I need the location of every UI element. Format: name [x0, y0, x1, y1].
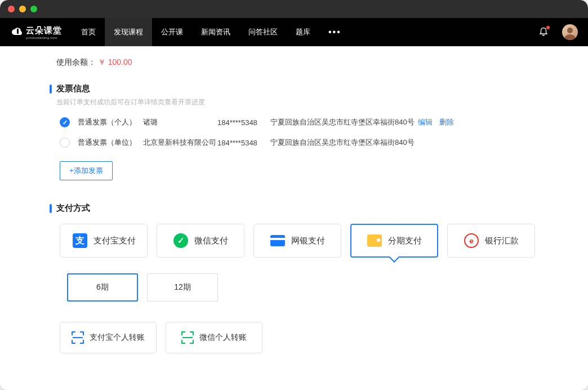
invoice-address: 宁夏回族自治区吴忠市红寺堡区幸福街840号 [270, 138, 418, 148]
invoice-type: 普通发票（单位） [78, 138, 143, 148]
delete-link[interactable]: 删除 [439, 118, 454, 126]
pay-label: 分期支付 [388, 236, 422, 246]
pay-label: 银行汇款 [485, 236, 519, 246]
invoice-actions: 编辑 删除 [418, 117, 458, 127]
nav-more-button[interactable]: ••• [319, 18, 350, 46]
user-avatar[interactable] [562, 24, 578, 40]
installment-periods: 6期 12期 [67, 273, 561, 302]
invoice-section-title: 发票信息 [56, 83, 90, 94]
nav-item-open-class[interactable]: 公开课 [152, 18, 192, 46]
radio-checked-icon[interactable] [60, 117, 70, 127]
section-bar-icon [50, 204, 52, 213]
transfer-wechat[interactable]: 微信个人转账 [166, 322, 262, 353]
pay-method-remit[interactable]: e 银行汇款 [447, 224, 535, 258]
app-window: 云朵课堂 yunduoketang.com 首页 发现课程 公开课 新闻资讯 问… [0, 0, 588, 390]
period-6[interactable]: 6期 [67, 273, 138, 302]
scan-icon [72, 331, 84, 344]
notification-dot [546, 26, 550, 29]
invoice-phone: 184****5348 [217, 118, 270, 127]
pay-method-installment[interactable]: 分期支付 [350, 224, 438, 258]
alipay-icon: 支 [72, 233, 88, 249]
svg-point-2 [564, 34, 576, 40]
payment-section-title: 支付方式 [56, 203, 90, 214]
window-minimize-button[interactable] [19, 6, 26, 12]
nav-item-bank[interactable]: 题库 [287, 18, 319, 46]
top-nav: 云朵课堂 yunduoketang.com 首页 发现课程 公开课 新闻资讯 问… [0, 18, 588, 46]
pay-method-wechat[interactable]: ✓ 微信支付 [157, 224, 244, 258]
transfer-methods: 支付宝个人转账 微信个人转账 [60, 322, 561, 353]
cloud-icon [10, 25, 25, 39]
wallet-icon [367, 233, 382, 249]
balance-amount: ￥ 100.00 [98, 57, 132, 67]
invoice-section-subtitle: 当前订单支付成功后可在订单详情页查看开票进度 [56, 98, 561, 107]
edit-link[interactable]: 编辑 [418, 118, 433, 126]
payment-section-header: 支付方式 [50, 203, 561, 214]
invoice-phone: 184****5348 [217, 139, 270, 147]
section-bar-icon [50, 85, 52, 94]
notification-bell-icon[interactable] [538, 27, 549, 37]
window-close-button[interactable] [8, 6, 15, 12]
pay-method-netbank[interactable]: 网银支付 [253, 224, 341, 258]
invoice-address: 宁夏回族自治区吴忠市红寺堡区幸福街840号 [270, 117, 418, 127]
pay-label: 微信支付 [194, 236, 228, 246]
pay-label: 支付宝支付 [93, 236, 136, 246]
invoice-name: 北京昱新科技有限公司 [143, 138, 217, 148]
invoice-type: 普通发票（个人） [78, 117, 143, 127]
svg-point-1 [567, 28, 573, 33]
balance-label: 使用余额： [56, 57, 96, 67]
window-titlebar [0, 0, 588, 18]
transfer-alipay[interactable]: 支付宝个人转账 [60, 322, 157, 353]
main-content: 使用余额： ￥ 100.00 发票信息 当前订单支付成功后可在订单详情页查看开票… [0, 46, 588, 390]
transfer-label: 支付宝个人转账 [90, 333, 145, 343]
nav-item-qa[interactable]: 问答社区 [239, 18, 287, 46]
pay-method-alipay[interactable]: 支 支付宝支付 [60, 224, 148, 258]
svg-rect-0 [17, 29, 19, 34]
invoice-section-header: 发票信息 [50, 83, 561, 94]
add-invoice-button[interactable]: +添加发票 [60, 161, 113, 180]
nav-item-discover[interactable]: 发现课程 [105, 18, 152, 46]
period-12[interactable]: 12期 [147, 273, 218, 302]
transfer-label: 微信个人转账 [199, 333, 247, 343]
remit-icon: e [464, 233, 479, 249]
brand-name: 云朵课堂 [26, 25, 62, 36]
nav-item-home[interactable]: 首页 [72, 18, 105, 46]
window-maximize-button[interactable] [30, 6, 37, 12]
wechat-icon: ✓ [173, 233, 189, 249]
invoice-name: 诸璐 [143, 117, 217, 127]
scan-icon [181, 331, 194, 344]
payment-methods: 支 支付宝支付 ✓ 微信支付 网银支付 分期支付 e 银行汇款 [60, 224, 561, 258]
brand-sub: yunduoketang.com [26, 36, 62, 39]
pay-label: 网银支付 [291, 236, 325, 246]
nav-item-news[interactable]: 新闻资讯 [192, 18, 239, 46]
bank-card-icon [270, 233, 286, 249]
invoice-row-company[interactable]: 普通发票（单位） 北京昱新科技有限公司 184****5348 宁夏回族自治区吴… [60, 138, 561, 148]
invoice-row-personal[interactable]: 普通发票（个人） 诸璐 184****5348 宁夏回族自治区吴忠市红寺堡区幸福… [60, 117, 561, 127]
balance-row: 使用余额： ￥ 100.00 [56, 57, 532, 68]
brand-logo[interactable]: 云朵课堂 yunduoketang.com [10, 25, 62, 39]
radio-unchecked-icon[interactable] [60, 138, 70, 148]
